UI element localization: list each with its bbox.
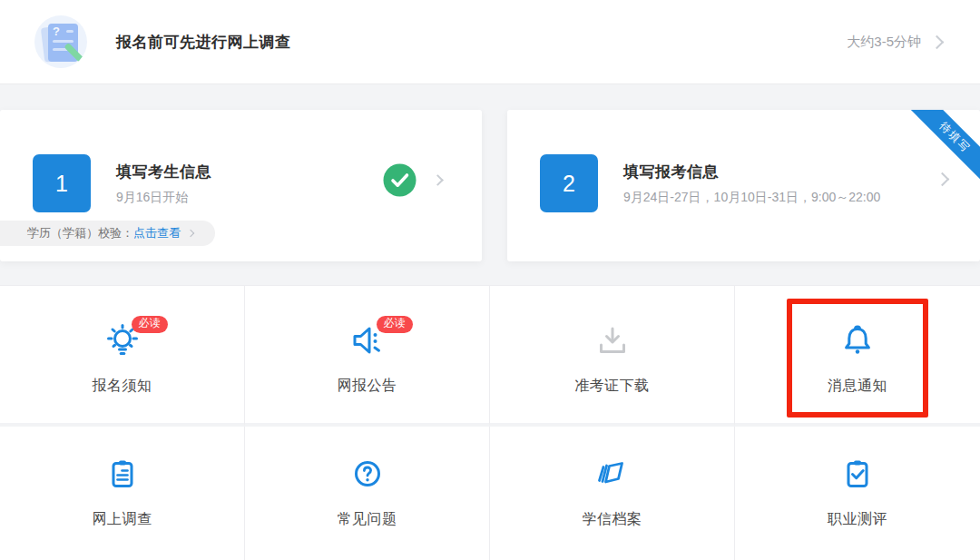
verification-view-link[interactable]: 点击查看 [133, 226, 181, 240]
survey-document-icon: ? [34, 15, 87, 68]
grid-item-label: 常见问题 [338, 510, 397, 529]
grid-item-label: 职业测评 [828, 510, 887, 529]
grid-item-online-announcements[interactable]: 必读 网报公告 [245, 286, 490, 427]
banner-title: 报名前可先进行网上调查 [116, 32, 291, 53]
grid-item-faq[interactable]: 常见问题 [245, 427, 490, 560]
grid-item-label: 网上调查 [93, 510, 152, 529]
grid-item-admit-card-download[interactable]: 准考证下载 [490, 286, 735, 427]
grid-item-career-assessment[interactable]: 职业测评 [735, 427, 980, 560]
required-badge: 必读 [377, 316, 413, 333]
step-title: 填写考生信息 [116, 162, 211, 182]
question-circle-icon [348, 454, 387, 494]
clipboard-icon [103, 454, 142, 494]
clipboard-check-icon [838, 454, 877, 494]
success-check-icon [383, 163, 416, 197]
step-card-candidate-info[interactable]: 1 填写考生信息 9月16日开始 学历（学籍）校验：点击查看 [0, 110, 482, 261]
chevron-right-icon [930, 34, 945, 49]
grid-item-notifications[interactable]: 消息通知 [735, 286, 980, 427]
step-cards: 1 填写考生信息 9月16日开始 学历（学籍）校验：点击查看 待填写 2 填写报… [0, 110, 980, 261]
survey-banner[interactable]: ? 报名前可先进行网上调查 大约3-5分钟 [0, 0, 980, 84]
stacked-papers-icon [593, 454, 632, 494]
required-badge: 必读 [132, 316, 168, 333]
chevron-right-icon[interactable] [432, 174, 444, 186]
chevron-right-icon [187, 230, 194, 237]
step-subtitle: 9月16日开始 [116, 190, 188, 206]
grid-item-label: 准考证下载 [574, 377, 650, 396]
grid-item-label: 消息通知 [828, 377, 887, 396]
feature-grid: 必读 报名须知 必读 网报公告 [0, 285, 980, 560]
grid-item-chsi-archive[interactable]: 学信档案 [490, 427, 735, 560]
step-title: 填写报考信息 [623, 162, 719, 182]
grid-item-label: 网报公告 [338, 377, 397, 396]
step-number-badge: 2 [540, 154, 598, 212]
step-number-badge: 1 [33, 154, 91, 212]
banner-duration: 大约3-5分钟 [847, 34, 921, 51]
step-card-application-info[interactable]: 待填写 2 填写报考信息 9月24日-27日，10月10日-31日，9:00～2… [507, 110, 980, 261]
grid-item-online-survey[interactable]: 网上调查 [0, 427, 245, 560]
question-mark-glyph: ? [53, 25, 60, 38]
download-icon [593, 320, 632, 360]
education-verification-pill: 学历（学籍）校验：点击查看 [0, 221, 215, 246]
step-subtitle: 9月24日-27日，10月10日-31日，9:00～22:00 [623, 190, 880, 206]
registration-dashboard: ? 报名前可先进行网上调查 大约3-5分钟 1 填写考生信息 9月16日开始 [0, 0, 980, 560]
bell-icon [838, 320, 877, 360]
verification-label: 学历（学籍）校验： [27, 226, 133, 240]
grid-item-registration-notice[interactable]: 必读 报名须知 [0, 286, 245, 427]
grid-item-label: 报名须知 [93, 377, 152, 396]
grid-item-label: 学信档案 [583, 510, 642, 529]
